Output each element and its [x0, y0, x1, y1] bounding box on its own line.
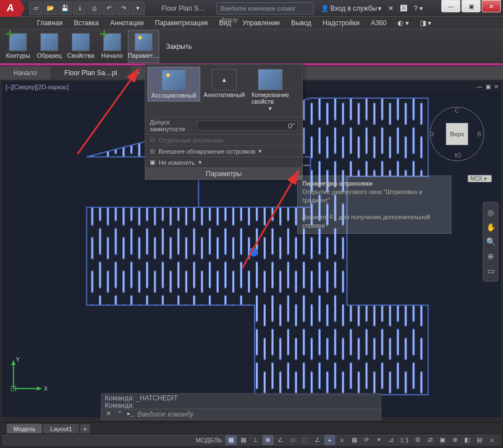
ribbon-close-button[interactable]: Закрыть [166, 43, 192, 50]
status-max-icon[interactable]: ▣ [437, 435, 448, 445]
draw-order-row[interactable]: ▣ Не изменять ▾ [145, 156, 302, 168]
chevron-down-icon: ▾ [199, 159, 202, 166]
draworder-icon: ▣ [150, 159, 155, 166]
a360-icon[interactable]: 🅰 [398, 4, 409, 12]
status-grid-icon[interactable]: ▦ [225, 435, 237, 445]
nav-orbit-icon[interactable]: ⊕ [484, 250, 497, 263]
status-polar-icon[interactable]: ⊗ [262, 435, 274, 445]
status-3dosnap-icon[interactable]: ⬚ [299, 435, 311, 445]
menu-app-icon[interactable]: ◐ ▾ [392, 17, 414, 29]
ribbon-pattern-button[interactable]: Образец [34, 30, 65, 63]
viewport-max-icon[interactable]: ▣ [486, 81, 491, 93]
qat-open-icon[interactable]: 📂 [44, 2, 57, 15]
viewcube[interactable]: Верх С Ю В З [423, 98, 491, 165]
ribbon-boundaries-button[interactable]: Контуры [2, 30, 34, 63]
command-hist-1: Команда: _HATCHEDIT [105, 395, 377, 402]
qat-saveas-icon[interactable]: ⤓ [73, 2, 86, 15]
viewport-min-icon[interactable]: — [477, 81, 482, 93]
search-input[interactable]: Введите ключевое слово/фразу [216, 2, 314, 15]
signin-button[interactable]: 👤 Вход в службы ▾ [319, 4, 384, 12]
tooltip-line1: Открытие диалогового окна "Штриховка и г… [302, 188, 422, 204]
ribbon-pattern-label: Образец [37, 52, 62, 59]
hatch-options-panel: Ассоциативный ▲ Аннотативный Копирование… [145, 64, 303, 180]
menu-parametric[interactable]: Параметризация [149, 17, 213, 29]
status-iso-icon[interactable]: ∠ [275, 435, 286, 445]
ribbon-options-button[interactable]: Парамет… [128, 30, 159, 63]
command-history: Команда: _HATCHEDIT Команда: [101, 393, 381, 410]
maximize-button[interactable]: ▣ [462, 0, 481, 12]
doctab-floorplan[interactable]: Floor Plan Sa…pl [51, 66, 131, 80]
layout-tab-layout1[interactable]: Layout1 [43, 424, 79, 434]
cmd-expand-icon[interactable]: ⌃ [115, 410, 124, 419]
ribbon-properties-label: Свойства [67, 52, 94, 59]
associative-button[interactable]: Ассоциативный [147, 67, 200, 101]
close-button[interactable]: ✕ [482, 0, 501, 12]
ribbon-boundaries-label: Контуры [6, 52, 30, 59]
status-osnap-icon[interactable]: ◇ [287, 435, 298, 445]
separate-check-icon: ☑ [150, 136, 155, 144]
qat-save-icon[interactable]: 💾 [58, 2, 72, 15]
gap-tolerance-row: Допуск замкнутости [145, 117, 302, 134]
nav-wheel-icon[interactable]: ◎ [484, 206, 497, 219]
doctab-new-button[interactable]: + [131, 66, 145, 80]
app-logo[interactable]: A [0, 0, 20, 17]
viewport-close-icon[interactable]: ✕ [494, 81, 499, 93]
qat-undo-icon[interactable]: ↶ [102, 2, 116, 15]
status-isolate-icon[interactable]: ◧ [462, 435, 473, 445]
wcs-badge[interactable]: МСК ▾ [468, 175, 492, 182]
ribbon-origin-button[interactable]: Начало [96, 30, 128, 63]
hatch-settings-button[interactable]: Параметры [145, 168, 302, 179]
menu-a360[interactable]: A360 [365, 17, 392, 29]
qat-print-icon[interactable]: ⎙ [87, 2, 101, 15]
nav-pan-icon[interactable]: ✋ [484, 220, 497, 234]
svg-text:X: X [44, 385, 47, 392]
command-line[interactable]: ✕ ⌃ ▸_ Введите команду [101, 409, 381, 420]
menu-output[interactable]: Вывод [285, 17, 317, 29]
doctab-start[interactable]: Начало [0, 66, 51, 80]
ribbon: Контуры Образец Свойства Начало Парамет…… [0, 29, 503, 64]
menu-annotate[interactable]: Аннотации [104, 17, 149, 29]
status-lwt-icon[interactable]: ≡ [336, 435, 348, 445]
status-snap-icon[interactable]: ▦ [238, 435, 249, 445]
nav-zoom-icon[interactable]: 🔍 [484, 235, 497, 248]
status-gear-icon[interactable]: ⚙ [412, 435, 423, 445]
menu-insert[interactable]: Вставка [68, 17, 105, 29]
qat-new-icon[interactable]: ▱ [29, 2, 43, 15]
status-annomon-icon[interactable]: ⚭ [373, 435, 385, 445]
status-track-icon[interactable]: ∠ [312, 435, 323, 445]
status-custom-icon[interactable]: ≡ [486, 435, 497, 445]
status-dyn-icon[interactable]: + [324, 435, 335, 445]
cmd-prompt-icon: ▸_ [126, 410, 135, 419]
status-hardware-icon[interactable]: ⊕ [449, 435, 460, 445]
nav-showmotion-icon[interactable]: ▭ [484, 264, 497, 278]
menu-home[interactable]: Главная [31, 17, 68, 29]
annotative-button[interactable]: ▲ Аннотативный [200, 67, 248, 100]
match-properties-button[interactable]: Копирование свойств ▾ [248, 67, 292, 114]
status-scale-button[interactable]: 1:1 [398, 435, 411, 445]
chevron-down-icon: ▾ [259, 147, 262, 155]
qat-redo-icon[interactable]: ↷ [117, 2, 130, 15]
status-ws-icon[interactable]: ⇄ [424, 435, 436, 445]
menu-manage[interactable]: Управление [237, 17, 285, 29]
status-annoscale-icon[interactable]: ⊿ [386, 435, 397, 445]
menu-addins[interactable]: Надстройки [317, 17, 365, 29]
status-ortho-icon[interactable]: ⊥ [250, 435, 261, 445]
exchange-icon[interactable]: ✕ [386, 4, 396, 12]
qat-more-icon[interactable]: ▾ [131, 2, 145, 15]
status-trans-icon[interactable]: ▦ [349, 435, 360, 445]
layout-tab-model[interactable]: Модель [7, 424, 42, 434]
tooltip-title: Параметры штриховки [302, 180, 372, 187]
cmd-close-icon[interactable]: ✕ [104, 410, 113, 419]
island-detection-row[interactable]: ◎ Внешнее обнаружение островков ▾ [145, 145, 302, 156]
ribbon-properties-button[interactable]: Свойства [65, 30, 96, 63]
match-properties-icon [258, 69, 283, 90]
minimize-button[interactable]: — [441, 0, 460, 12]
menu-collapse-icon[interactable]: ◨ ▾ [414, 17, 437, 29]
layout-tab-add[interactable]: + [80, 424, 90, 434]
help-icon[interactable]: ? ▾ [412, 4, 425, 12]
gap-tolerance-input[interactable] [197, 121, 298, 131]
status-clean-icon[interactable]: ▤ [474, 435, 485, 445]
status-cycle-icon[interactable]: ⟳ [361, 435, 372, 445]
status-model-button[interactable]: МОДЕЛЬ [193, 435, 224, 445]
svg-point-16 [430, 107, 484, 161]
